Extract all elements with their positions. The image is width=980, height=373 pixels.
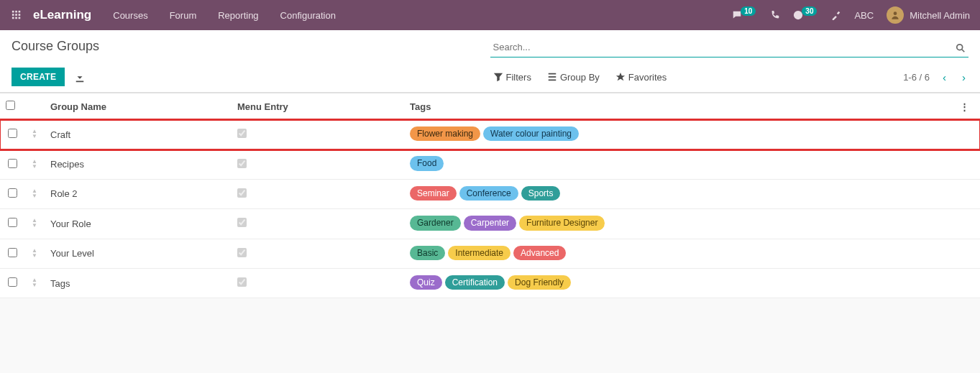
svg-rect-8 bbox=[19, 17, 21, 19]
tag-pill: Basic bbox=[410, 246, 445, 260]
optional-columns-icon[interactable]: ⋮ bbox=[960, 101, 969, 112]
pager: 1-6 / 6 ‹ › bbox=[903, 71, 968, 83]
drag-handle-icon[interactable]: ▲▼ bbox=[32, 129, 37, 139]
cell-tags: QuizCertificationDog Friendly bbox=[404, 268, 954, 298]
filters-button[interactable]: Filters bbox=[493, 71, 531, 83]
pager-prev-icon[interactable]: ‹ bbox=[940, 71, 949, 83]
drag-handle-icon[interactable]: ▲▼ bbox=[32, 277, 37, 287]
svg-rect-5 bbox=[19, 14, 21, 16]
tag-pill: Quiz bbox=[410, 275, 442, 290]
cell-group-name: Your Role bbox=[45, 209, 232, 239]
cell-group-name: Role 2 bbox=[45, 179, 232, 208]
col-group-name[interactable]: Group Name bbox=[45, 93, 232, 120]
nav-menu-configuration[interactable]: Configuration bbox=[280, 10, 336, 21]
col-menu-entry[interactable]: Menu Entry bbox=[232, 93, 404, 120]
menu-entry-checkbox[interactable] bbox=[237, 218, 247, 227]
messaging-badge: 10 bbox=[741, 6, 756, 16]
row-checkbox[interactable] bbox=[8, 188, 17, 198]
row-checkbox[interactable] bbox=[8, 129, 17, 138]
nav-menu: Courses Forum Reporting Configuration bbox=[113, 10, 336, 21]
user-name: Mitchell Admin bbox=[910, 10, 970, 21]
menu-entry-checkbox[interactable] bbox=[237, 188, 247, 198]
svg-rect-3 bbox=[12, 14, 14, 16]
svg-rect-4 bbox=[15, 14, 17, 16]
avatar bbox=[887, 6, 904, 24]
svg-rect-12 bbox=[549, 73, 557, 75]
pager-range: 1-6 / 6 bbox=[903, 72, 930, 83]
row-checkbox[interactable] bbox=[8, 277, 17, 287]
tag-pill: Dog Friendly bbox=[508, 275, 571, 290]
drag-handle-icon[interactable]: ▲▼ bbox=[32, 218, 37, 228]
cell-tags: GardenerCarpenterFurniture Designer bbox=[404, 209, 954, 239]
create-button[interactable]: CREATE bbox=[12, 68, 65, 86]
table-row[interactable]: ▲▼CraftFlower makingWater colour paintin… bbox=[0, 120, 980, 149]
select-all-checkbox[interactable] bbox=[6, 101, 15, 110]
svg-rect-2 bbox=[19, 11, 21, 13]
company-switcher[interactable]: ABC bbox=[854, 10, 874, 21]
col-tags[interactable]: Tags bbox=[404, 93, 954, 120]
tools-icon[interactable] bbox=[831, 10, 841, 20]
cell-tags: BasicIntermediateAdvanced bbox=[404, 239, 954, 268]
apps-icon[interactable] bbox=[10, 9, 23, 22]
drag-handle-icon[interactable]: ▲▼ bbox=[32, 188, 37, 198]
favorites-button[interactable]: Favorites bbox=[615, 71, 667, 83]
cell-group-name: Craft bbox=[45, 120, 232, 149]
drag-handle-icon[interactable]: ▲▼ bbox=[32, 248, 37, 258]
tag-pill: Advanced bbox=[513, 246, 566, 260]
tag-pill: Water colour painting bbox=[483, 126, 579, 141]
menu-entry-checkbox[interactable] bbox=[237, 248, 247, 257]
cell-tags: Flower makingWater colour painting bbox=[404, 120, 954, 149]
top-navbar: eLearning Courses Forum Reporting Config… bbox=[0, 0, 980, 30]
tag-pill: Carpenter bbox=[464, 216, 516, 230]
tag-pill: Flower making bbox=[410, 126, 480, 141]
activities-badge: 30 bbox=[802, 6, 817, 16]
tag-pill: Sports bbox=[521, 186, 561, 201]
tag-pill: Certification bbox=[445, 275, 505, 290]
menu-entry-checkbox[interactable] bbox=[237, 129, 247, 138]
control-panel: Course Groups CREATE Filters Group By Fa… bbox=[0, 30, 980, 93]
messaging-icon[interactable]: 10 bbox=[732, 10, 757, 20]
groupby-label: Group By bbox=[560, 72, 600, 83]
tag-pill: Food bbox=[410, 156, 444, 170]
tag-pill: Intermediate bbox=[448, 246, 510, 260]
cell-group-name: Tags bbox=[45, 268, 232, 298]
phone-icon[interactable] bbox=[770, 10, 780, 20]
menu-entry-checkbox[interactable] bbox=[237, 277, 247, 287]
breadcrumb: Course Groups bbox=[12, 37, 490, 54]
group-table: Group Name Menu Entry Tags ⋮ ▲▼CraftFlow… bbox=[0, 93, 980, 298]
pager-next-icon[interactable]: › bbox=[959, 71, 968, 83]
groupby-button[interactable]: Group By bbox=[547, 71, 600, 83]
tag-pill: Conference bbox=[459, 186, 518, 201]
menu-entry-checkbox[interactable] bbox=[237, 159, 247, 168]
row-checkbox[interactable] bbox=[8, 218, 17, 227]
nav-menu-reporting[interactable]: Reporting bbox=[218, 10, 258, 21]
row-checkbox[interactable] bbox=[8, 159, 17, 168]
cell-tags: Food bbox=[404, 149, 954, 179]
row-checkbox[interactable] bbox=[8, 248, 17, 257]
table-row[interactable]: ▲▼RecipesFood bbox=[0, 149, 980, 179]
filters-label: Filters bbox=[506, 72, 531, 83]
svg-rect-6 bbox=[12, 17, 14, 19]
cell-group-name: Recipes bbox=[45, 149, 232, 179]
drag-handle-icon[interactable]: ▲▼ bbox=[32, 159, 37, 169]
svg-point-9 bbox=[894, 11, 897, 15]
svg-rect-0 bbox=[12, 11, 14, 13]
cell-group-name: Your Level bbox=[45, 239, 232, 268]
app-brand[interactable]: eLearning bbox=[33, 8, 91, 22]
table-row[interactable]: ▲▼Your LevelBasicIntermediateAdvanced bbox=[0, 239, 980, 268]
tag-pill: Furniture Designer bbox=[519, 216, 605, 230]
tag-pill: Gardener bbox=[410, 216, 461, 230]
import-icon[interactable] bbox=[75, 71, 85, 83]
activities-icon[interactable]: 30 bbox=[793, 10, 818, 20]
search-input[interactable] bbox=[490, 37, 969, 57]
nav-menu-courses[interactable]: Courses bbox=[113, 10, 147, 21]
table-row[interactable]: ▲▼Your RoleGardenerCarpenterFurniture De… bbox=[0, 209, 980, 239]
cell-tags: SeminarConferenceSports bbox=[404, 179, 954, 208]
nav-menu-forum[interactable]: Forum bbox=[170, 10, 197, 21]
user-menu[interactable]: Mitchell Admin bbox=[887, 6, 970, 24]
tag-pill: Seminar bbox=[410, 186, 457, 201]
table-row[interactable]: ▲▼Role 2SeminarConferenceSports bbox=[0, 179, 980, 208]
favorites-label: Favorites bbox=[628, 72, 667, 83]
svg-rect-7 bbox=[15, 17, 17, 19]
table-row[interactable]: ▲▼TagsQuizCertificationDog Friendly bbox=[0, 268, 980, 298]
